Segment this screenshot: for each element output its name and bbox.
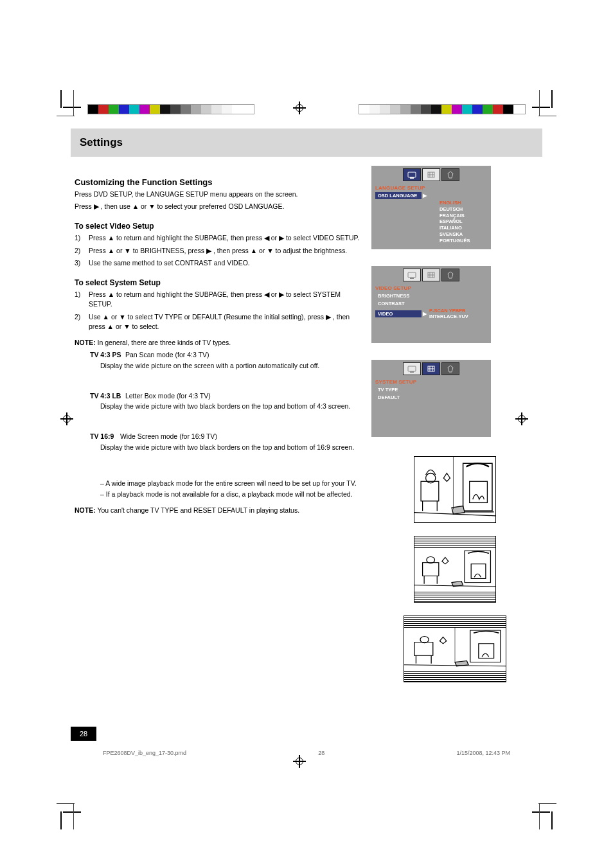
osd-row-tv-type: TV TYPE <box>375 386 487 393</box>
tv-type-1: TV 4:3 PS Pan Scan mode (for 4:3 TV) <box>90 350 361 360</box>
note-label: NOTE: <box>75 506 96 514</box>
crop-mark-inner <box>524 90 544 109</box>
tv-4-3-lb-figure <box>414 536 496 603</box>
step-number: 2) <box>75 246 84 256</box>
osd-row-video: VIDEO ▶ P-SCAN YPBPR INTERLACE-YUV <box>375 308 487 319</box>
section-title-system-setup: To select System Setup <box>75 278 361 287</box>
page-header: Settings <box>71 128 542 157</box>
osd-option: P-SCAN YPBPR <box>429 308 468 314</box>
footer-file: FPE2608DV_ib_eng_17-30.pmd <box>103 750 186 756</box>
osd-tab-language-icon <box>403 168 421 181</box>
page-number: 28 <box>80 730 87 738</box>
note-line: NOTE: In general, there are three kinds … <box>75 338 361 348</box>
osd-option: ENGLISH <box>440 200 487 206</box>
osd-system-setup: SYSTEM SETUP TV TYPE DEFAULT <box>371 360 491 437</box>
note2-b: – If a playback mode is not available fo… <box>100 490 361 499</box>
tv-4-3-ps-figure <box>414 456 496 523</box>
left-column: Customizing the Function Settings Press … <box>75 166 361 695</box>
section-title-video-setup: To select Video Setup <box>75 222 361 231</box>
right-column: LANGUAGE SETUP OSD LANGUAGE ▶ ENGLISH DE… <box>371 166 538 695</box>
note-text: You can't change TV TYPE and RESET DEFAU… <box>97 506 299 514</box>
osd-tab-language-icon <box>403 362 421 375</box>
osd-option: ESPAÑOL <box>440 218 487 225</box>
tv-type-desc: Display the wide picture with two black … <box>100 402 350 411</box>
arrow-right-icon: ▶ <box>423 311 427 317</box>
step-number: 1) <box>75 290 84 309</box>
osd-row-label: BRIGHTNESS <box>375 292 412 299</box>
osd-row-contrast: CONTRAST <box>375 300 487 307</box>
osd-tab-system-icon <box>441 362 459 375</box>
system-step-1: 1) Press ▲ to return and highlight the S… <box>75 290 361 309</box>
tv-type-3-desc: Display the wide picture with two black … <box>100 443 361 452</box>
osd-tabs <box>371 360 491 378</box>
osd-section-title: LANGUAGE SETUP <box>375 185 487 191</box>
osd-tab-system-icon <box>441 168 459 181</box>
fireplace-illustration <box>414 548 495 590</box>
tv-type-text: Letter Box mode (for 4:3 TV) <box>125 392 211 400</box>
osd-option: FRANÇAIS <box>440 213 487 219</box>
svg-rect-0 <box>408 172 416 177</box>
crop-mark-inner <box>524 810 544 829</box>
page-body: Settings Customizing the Function Settin… <box>71 128 542 778</box>
osd-option: DEUTSCH <box>440 206 487 213</box>
tv-type-3: TV 16:9 Wide Screen mode (for 16:9 TV) <box>90 432 361 441</box>
system-step-2: 2) Use ▲ or ▼ to select TV TYPE or DEFAU… <box>75 312 361 332</box>
tv-type-text: Wide Screen mode (for 16:9 TV) <box>120 432 217 440</box>
footer-timestamp: 1/15/2008, 12:43 PM <box>456 750 510 756</box>
tv-type-desc: Display the wide picture on the screen w… <box>100 361 319 371</box>
note-text: In general, there are three kinds of TV … <box>98 339 231 346</box>
video-step-3: 3) Use the same method to set CONTRAST a… <box>75 258 361 268</box>
step-text: Use the same method to set CONTRAST and … <box>89 258 250 268</box>
osd-section-title: SYSTEM SETUP <box>375 379 487 385</box>
osd-language-setup: LANGUAGE SETUP OSD LANGUAGE ▶ ENGLISH DE… <box>371 166 491 249</box>
step-number: 2) <box>75 312 84 332</box>
osd-row-osd-language: OSD LANGUAGE ▶ <box>375 192 487 199</box>
osd-tab-video-icon <box>422 362 440 375</box>
tv-type-1-desc: Display the wide picture on the screen w… <box>100 361 361 371</box>
page-number-box: 28 <box>71 727 96 741</box>
svg-rect-13 <box>410 371 414 373</box>
footer-page: 28 <box>318 750 324 756</box>
tv-type-desc: Display the wide picture with two black … <box>100 443 354 452</box>
osd-section-title: VIDEO SETUP <box>375 285 487 291</box>
intro-para-2: Press ▶ , then use ▲ or ▼ to select your… <box>75 202 361 211</box>
step-number: 3) <box>75 258 84 268</box>
fireplace-illustration <box>414 457 495 522</box>
osd-option: SVENSKA <box>440 231 487 238</box>
osd-row-label: DEFAULT <box>375 394 402 401</box>
step-text: Press ▲ or ▼ to BRIGHTNESS, press ▶ , th… <box>89 246 347 256</box>
step-text: Use ▲ or ▼ to select TV TYPE or DEFAULT … <box>89 312 361 332</box>
note-label: NOTE: <box>75 339 96 346</box>
osd-row-label: VIDEO <box>375 310 422 317</box>
crop-mark-inner <box>69 90 89 109</box>
osd-row-brightness: BRIGHTNESS <box>375 292 487 299</box>
note2-a: – A wide image playback mode for the ent… <box>100 479 361 488</box>
osd-tab-video-icon <box>422 168 440 181</box>
tv-type-label: TV 16:9 <box>90 432 118 441</box>
intro-para-1: Press DVD SETUP, the LANGUAGE SETUP menu… <box>75 190 361 199</box>
footer-line: FPE2608DV_ib_eng_17-30.pmd 28 1/15/2008,… <box>103 750 510 756</box>
svg-rect-6 <box>408 272 416 278</box>
tv-type-text: Pan Scan mode (for 4:3 TV) <box>125 351 209 359</box>
registration-mark-icon <box>293 102 306 114</box>
tv-type-label: TV 4:3 PS <box>90 350 123 360</box>
tv-type-label: TV 4:3 LB <box>90 391 123 401</box>
svg-rect-7 <box>410 278 414 279</box>
step-text: Press ▲ to return and highlight the SUBP… <box>89 290 361 309</box>
svg-rect-12 <box>408 366 416 371</box>
step-number: 1) <box>75 233 84 243</box>
video-step-1: 1) Press ▲ to return and highlight the S… <box>75 233 361 243</box>
section-title-customizing: Customizing the Function Settings <box>75 177 361 187</box>
svg-rect-1 <box>410 177 414 179</box>
page-header-title: Settings <box>80 136 123 149</box>
osd-option: PORTUGUÊS <box>440 238 487 244</box>
osd-row-label: CONTRAST <box>375 300 407 307</box>
osd-video-setup: VIDEO SETUP BRIGHTNESS CONTRAST VIDEO ▶ … <box>371 266 491 343</box>
osd-row-label: OSD LANGUAGE <box>375 192 422 199</box>
osd-tab-system-icon <box>441 269 459 281</box>
osd-language-options: ENGLISH DEUTSCH FRANÇAIS ESPAÑOL ITALIAN… <box>440 200 487 244</box>
osd-tab-video-icon <box>422 269 440 281</box>
osd-tab-language-icon <box>403 269 421 281</box>
step-text: Press ▲ to return and highlight the SUBP… <box>89 233 359 243</box>
crop-mark-inner <box>69 810 89 829</box>
